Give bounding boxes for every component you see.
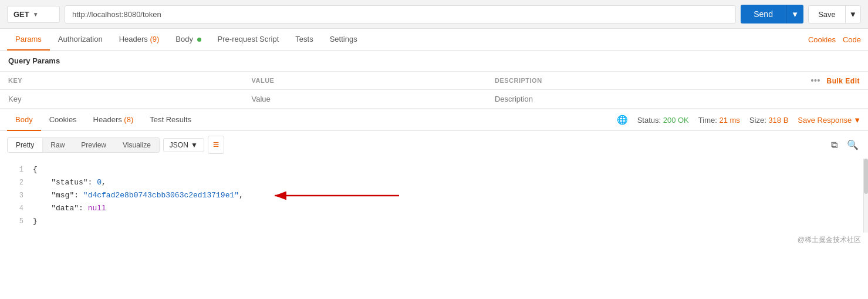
send-dropdown-button[interactable]: ▼ [786, 5, 803, 23]
format-chevron-icon: ▼ [191, 141, 198, 149]
top-bar: GET ▼ Send ▼ Save ▼ [0, 0, 868, 29]
scrollbar-thumb[interactable] [864, 159, 868, 194]
code-text: { [33, 163, 38, 176]
line-number: 3 [7, 190, 23, 201]
response-status-bar: 🌐 Status: 200 OK Time: 21 ms Size: 318 B… [617, 115, 861, 125]
tab-settings[interactable]: Settings [322, 29, 366, 51]
send-button[interactable]: Send [741, 5, 786, 23]
globe-icon: 🌐 [617, 115, 628, 125]
response-tabs-bar: Body Cookies Headers (8) Test Results 🌐 … [0, 109, 868, 131]
format-tab-raw[interactable]: Raw [42, 138, 73, 152]
status-label: Status: 200 OK [637, 116, 689, 125]
time-value: 21 ms [719, 116, 739, 125]
status-value: 200 OK [663, 116, 689, 125]
method-select[interactable]: GET ▼ [7, 6, 60, 23]
tab-headers[interactable]: Headers (9) [111, 29, 168, 51]
format-tab-pretty[interactable]: Pretty [8, 138, 42, 152]
toolbar-right: ⧉ 🔍 [829, 138, 861, 152]
response-tab-body[interactable]: Body [7, 109, 41, 131]
more-options-icon[interactable]: ••• [811, 76, 820, 85]
code-line-1: 1 { [0, 163, 868, 176]
response-tab-cookies[interactable]: Cookies [41, 109, 85, 131]
save-dropdown-button[interactable]: ▼ [845, 6, 860, 23]
save-button[interactable]: Save [809, 6, 845, 23]
search-button[interactable]: 🔍 [845, 138, 861, 152]
description-input[interactable] [495, 95, 721, 103]
tab-pre-request[interactable]: Pre-request Script [210, 29, 288, 51]
chevron-down-icon: ▼ [853, 116, 861, 125]
params-table: KEY VALUE DESCRIPTION ••• Bulk Edit [0, 71, 868, 109]
url-input[interactable] [65, 5, 736, 23]
body-dot [197, 38, 201, 42]
watermark: @稀土掘金技术社区 [0, 233, 868, 248]
format-tab-preview[interactable]: Preview [73, 138, 114, 152]
format-select[interactable]: JSON ▼ [163, 138, 204, 152]
code-link[interactable]: Code [843, 35, 861, 44]
value-input[interactable] [251, 95, 478, 103]
code-line-4: 4 "data": null [0, 202, 868, 215]
code-line-3: 3 "msg": "d4cfad2e8b0743cbb3063c2ed13719… [0, 189, 868, 202]
code-null: null [88, 202, 106, 215]
line-number: 2 [7, 177, 23, 189]
request-tabs: Params Authorization Headers (9) Body Pr… [0, 29, 868, 51]
wrap-button[interactable]: ≡ [208, 136, 225, 154]
code-text: "data": [33, 202, 88, 215]
code-number: 0 [97, 176, 102, 189]
query-params-section: Query Params KEY VALUE DESCRIPTION ••• B… [0, 51, 868, 109]
right-links: Cookies Code [808, 35, 861, 44]
response-headers-badge: (8) [124, 115, 133, 124]
col-key: KEY [0, 72, 243, 90]
format-select-label: JSON [170, 141, 188, 149]
time-label: Time: 21 ms [698, 116, 740, 125]
code-line-2: 2 "status": 0, [0, 176, 868, 189]
line-number: 1 [7, 164, 23, 176]
save-response-button[interactable]: Save Response ▼ [798, 116, 861, 125]
query-params-header: Query Params [0, 51, 868, 71]
size-label: Size: 318 B [749, 116, 789, 125]
tab-params[interactable]: Params [7, 29, 50, 51]
key-input[interactable] [8, 95, 235, 103]
copy-button[interactable]: ⧉ [829, 138, 840, 152]
headers-badge: (9) [150, 35, 159, 43]
method-label: GET [13, 10, 29, 19]
cookies-link[interactable]: Cookies [808, 35, 836, 44]
tab-authorization[interactable]: Authorization [50, 29, 111, 51]
col-description: DESCRIPTION [487, 72, 729, 90]
line-number: 4 [7, 203, 23, 214]
format-tab-visualize[interactable]: Visualize [114, 138, 159, 152]
code-punct: , [239, 189, 244, 202]
response-toolbar: Pretty Raw Preview Visualize JSON ▼ ≡ ⧉ … [0, 131, 868, 159]
code-line-5: 5 } [0, 215, 868, 228]
tab-body[interactable]: Body [167, 29, 209, 51]
code-text: "status": [33, 176, 97, 189]
response-tab-test-results[interactable]: Test Results [141, 109, 200, 131]
bulk-edit-link[interactable]: Bulk Edit [826, 77, 860, 85]
response-tab-headers[interactable]: Headers (8) [85, 109, 142, 131]
table-row [0, 90, 868, 109]
size-value: 318 B [768, 116, 788, 125]
send-button-group: Send ▼ [741, 5, 803, 23]
save-button-group: Save ▼ [808, 5, 861, 23]
format-tabs: Pretty Raw Preview Visualize [7, 137, 160, 153]
annotation-arrow [270, 189, 399, 202]
code-text: "msg": [33, 189, 83, 202]
response-section: Body Cookies Headers (8) Test Results 🌐 … [0, 109, 868, 248]
code-area: 1 { 2 "status": 0, 3 "msg": "d4cfad2e8b0… [0, 159, 868, 233]
tab-tests[interactable]: Tests [287, 29, 321, 51]
code-punct: , [102, 176, 106, 189]
code-text: } [33, 215, 38, 228]
code-string: "d4cfad2e8b0743cbb3063c2ed13719e1" [83, 189, 239, 202]
line-number: 5 [7, 216, 23, 227]
scrollbar-track[interactable] [863, 159, 868, 233]
chevron-down-icon: ▼ [33, 11, 39, 18]
col-value: VALUE [243, 72, 486, 90]
col-actions: ••• Bulk Edit [729, 72, 868, 90]
